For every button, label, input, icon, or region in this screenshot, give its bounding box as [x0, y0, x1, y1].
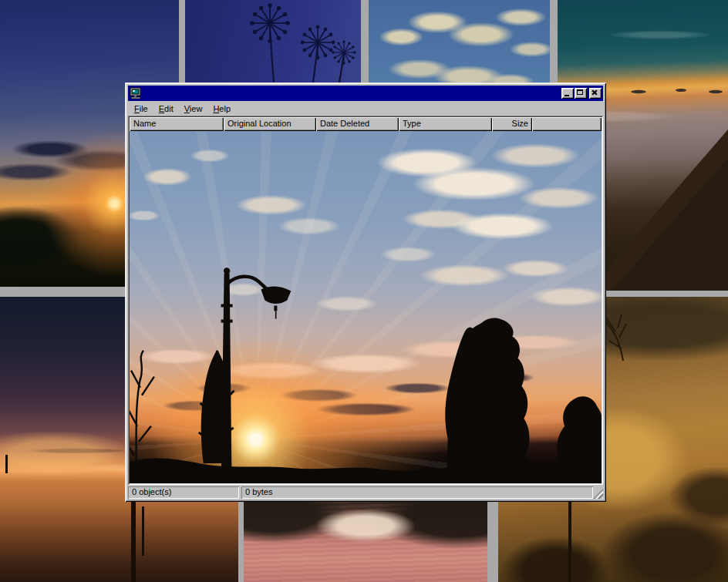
- close-button[interactable]: [589, 88, 602, 99]
- menu-edit[interactable]: Edit: [153, 103, 179, 115]
- water-pole: [142, 506, 144, 556]
- file-list-view: Name Original Location Date Deleted Type…: [128, 116, 603, 485]
- water-pole: [131, 497, 136, 582]
- menu-help[interactable]: Help: [207, 103, 236, 115]
- minimize-icon: [565, 95, 569, 96]
- system-menu-computer-icon[interactable]: [130, 87, 142, 99]
- column-header-type[interactable]: Type: [399, 117, 492, 131]
- column-header-date-deleted[interactable]: Date Deleted: [316, 117, 399, 131]
- menu-bar: File Edit View Help: [128, 101, 603, 116]
- maximize-icon: [577, 89, 583, 95]
- column-header-original-location[interactable]: Original Location: [224, 117, 316, 131]
- column-header-size[interactable]: Size: [492, 117, 532, 131]
- resize-grip[interactable]: [593, 489, 603, 499]
- title-bar[interactable]: [128, 86, 603, 101]
- maximize-button[interactable]: [575, 88, 587, 99]
- recycle-bin-window: File Edit View Help Name Original Locati…: [125, 82, 606, 502]
- column-header-row: Name Original Location Date Deleted Type…: [130, 117, 602, 131]
- file-list-area[interactable]: [130, 131, 602, 483]
- silhouettes: [130, 131, 602, 483]
- status-object-count: 0 object(s): [128, 486, 239, 499]
- menu-view[interactable]: View: [179, 103, 208, 115]
- status-byte-count: 0 bytes: [241, 486, 593, 499]
- water-pole: [5, 455, 8, 473]
- column-header-filler: [532, 117, 602, 131]
- status-bar: 0 object(s) 0 bytes: [128, 486, 603, 499]
- minimize-button[interactable]: [561, 88, 574, 99]
- desktop: File Edit View Help Name Original Locati…: [0, 0, 728, 582]
- column-header-name[interactable]: Name: [130, 117, 224, 131]
- menu-file[interactable]: File: [129, 103, 153, 115]
